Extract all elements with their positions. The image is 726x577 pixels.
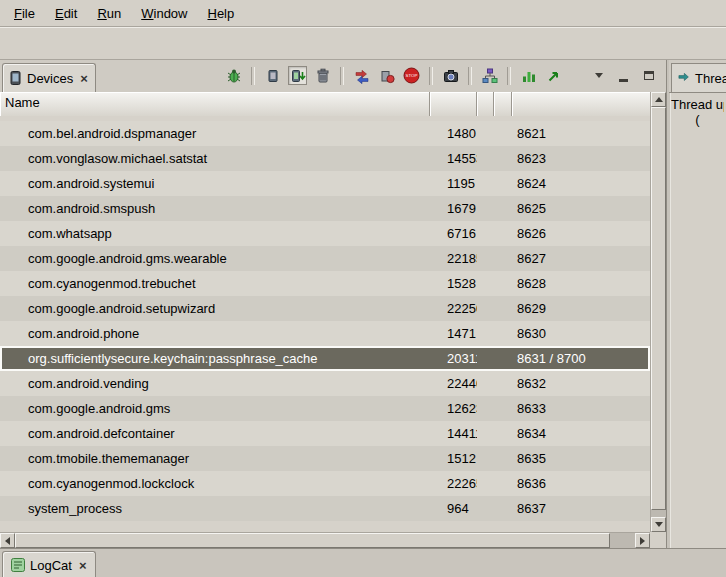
toolbar-separator: [429, 67, 433, 85]
refresh-icon[interactable]: [544, 66, 563, 85]
process-pid: 964: [430, 496, 477, 521]
spacer-cell: [494, 296, 512, 321]
process-name: com.whatsapp: [0, 221, 430, 246]
process-port: 8635: [512, 446, 650, 471]
tab-logcat[interactable]: LogCat ×: [2, 551, 96, 577]
spacer-cell: [494, 271, 512, 296]
view-hierarchy-icon[interactable]: [480, 66, 499, 85]
process-port: 8624: [512, 171, 650, 196]
table-row[interactable]: com.android.systemui 1195 8624: [0, 171, 650, 196]
dump-hprof-icon[interactable]: [288, 66, 307, 85]
process-port: 8634: [512, 421, 650, 446]
column-header-name[interactable]: Name: [0, 92, 430, 116]
table-row[interactable]: com.android.vending 22440 8632: [0, 371, 650, 396]
spacer-cell: [477, 196, 494, 221]
spacer-cell: [477, 371, 494, 396]
process-name: com.tmobile.thememanager: [0, 446, 430, 471]
minimize-icon[interactable]: [614, 66, 633, 85]
spacer-cell: [477, 121, 494, 146]
process-port: 8627: [512, 246, 650, 271]
spacer-cell: [494, 371, 512, 396]
table-row[interactable]: com.google.android.setupwizard 22250 862…: [0, 296, 650, 321]
scroll-right-button[interactable]: [635, 533, 650, 548]
spacer-cell: [477, 321, 494, 346]
tab-devices[interactable]: Devices ×: [2, 63, 96, 92]
debug-attach-icon[interactable]: [224, 66, 243, 85]
process-port: 8626: [512, 221, 650, 246]
process-name: com.cyanogenmod.trebuchet: [0, 271, 430, 296]
gc-trash-icon[interactable]: [313, 66, 332, 85]
scroll-down-button[interactable]: [651, 517, 666, 532]
process-pid: 1480: [430, 121, 477, 146]
process-name: com.cyanogenmod.lockclock: [0, 471, 430, 496]
vertical-scrollbar[interactable]: [650, 92, 666, 532]
update-threads-icon[interactable]: [352, 66, 371, 85]
spacer-cell: [494, 196, 512, 221]
menu-item[interactable]: Edit: [45, 3, 87, 24]
table-row[interactable]: com.cyanogenmod.trebuchet 1528 8628: [0, 271, 650, 296]
horizontal-scroll-thumb[interactable]: [15, 533, 610, 548]
process-pid: 20311: [430, 346, 477, 371]
column-header-a[interactable]: [477, 92, 494, 116]
spacer-cell: [477, 296, 494, 321]
bottom-bar: LogCat ×: [0, 548, 726, 577]
toolbar-separator: [251, 67, 255, 85]
main-toolbar: [0, 27, 726, 60]
view-menu-chevron-icon[interactable]: [589, 66, 608, 85]
menu-bar: FileEditRunWindowHelp: [0, 0, 726, 27]
table-row[interactable]: com.android.defcontainer 14411 8634: [0, 421, 650, 446]
process-name: com.android.defcontainer: [0, 421, 430, 446]
stop-process-icon[interactable]: STOP: [402, 66, 421, 85]
spacer-cell: [494, 446, 512, 471]
process-name: com.vonglasow.michael.satstat: [0, 146, 430, 171]
close-icon[interactable]: ×: [80, 71, 88, 86]
table-row[interactable]: org.sufficientlysecure.keychain:passphra…: [0, 346, 650, 371]
table-row[interactable]: com.tmobile.thememanager 1512 8635: [0, 446, 650, 471]
method-profiling-icon[interactable]: [377, 66, 396, 85]
maximize-icon[interactable]: [639, 66, 658, 85]
table-row[interactable]: com.google.android.gms.wearable 22185 86…: [0, 246, 650, 271]
column-header-b[interactable]: [494, 92, 512, 116]
menu-item[interactable]: Run: [87, 3, 131, 24]
close-icon[interactable]: ×: [79, 558, 87, 573]
spacer-cell: [477, 271, 494, 296]
main-area: Devices ×: [0, 60, 726, 548]
vertical-scroll-thumb[interactable]: [651, 107, 666, 510]
table-row[interactable]: com.whatsapp 6716 8626: [0, 221, 650, 246]
table-row[interactable]: com.android.smspush 1679 8625: [0, 196, 650, 221]
toolbar-separator: [507, 67, 511, 85]
scroll-left-button[interactable]: [0, 533, 15, 548]
column-header-pid[interactable]: [430, 92, 477, 116]
process-port: 8631 / 8700: [512, 346, 650, 371]
threads-message-line1: Thread up: [671, 97, 724, 112]
process-pid: 6716: [430, 221, 477, 246]
menu-item[interactable]: Help: [197, 3, 244, 24]
process-pid: 14411: [430, 421, 477, 446]
table-row[interactable]: com.android.phone 1471 8630: [0, 321, 650, 346]
process-name: org.sufficientlysecure.keychain:passphra…: [0, 346, 430, 371]
table-row[interactable]: com.bel.android.dspmanager 1480 8621: [0, 121, 650, 146]
table-row[interactable]: com.google.android.gms 12623 8633: [0, 396, 650, 421]
process-pid: 22250: [430, 296, 477, 321]
update-heap-icon[interactable]: [263, 66, 282, 85]
table-row[interactable]: com.vonglasow.michael.satstat 14553 8623: [0, 146, 650, 171]
threads-message: Thread up (: [669, 93, 726, 131]
table-row[interactable]: com.cyanogenmod.lockclock 22265 8636: [0, 471, 650, 496]
devices-panel: Devices ×: [0, 60, 666, 548]
horizontal-scrollbar[interactable]: [0, 532, 650, 548]
column-header-port[interactable]: [512, 92, 650, 116]
scrollbar-corner: [650, 532, 666, 548]
spacer-cell: [494, 321, 512, 346]
menu-item[interactable]: File: [4, 3, 45, 24]
sysinfo-chart-icon[interactable]: [519, 66, 538, 85]
process-name: com.google.android.gms: [0, 396, 430, 421]
table-row[interactable]: system_process 964 8637: [0, 496, 650, 521]
screen-capture-icon[interactable]: [441, 66, 460, 85]
menu-item[interactable]: Window: [131, 3, 197, 24]
scroll-up-button[interactable]: [651, 92, 666, 107]
tab-devices-label: Devices: [27, 71, 73, 86]
process-name: com.google.android.setupwizard: [0, 296, 430, 321]
spacer-cell: [477, 471, 494, 496]
tab-threads[interactable]: Threads: [671, 63, 726, 92]
spacer-cell: [494, 171, 512, 196]
